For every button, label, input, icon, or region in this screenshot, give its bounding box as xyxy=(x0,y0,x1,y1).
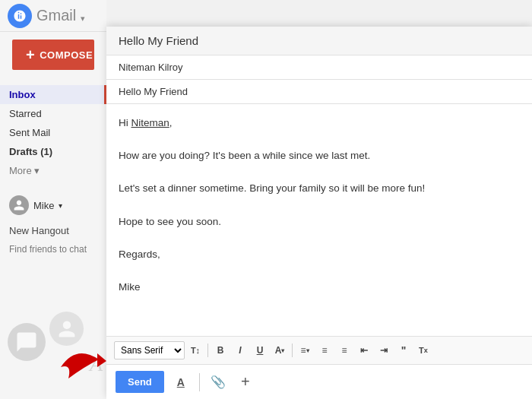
format-toolbar: Sans Serif Serif Monospace T↕ B I U A▾ ≡… xyxy=(106,336,532,364)
toolbar-separator-2 xyxy=(292,344,293,357)
body-line-1: Hi Niteman, xyxy=(119,115,520,131)
red-arrow-icon xyxy=(46,337,106,382)
compose-dialog-header: Hello My Friend xyxy=(106,27,532,55)
sidebar-item-more[interactable]: More ▾ xyxy=(0,161,106,180)
remove-format-btn[interactable]: Tx xyxy=(414,341,432,359)
unordered-list-btn[interactable]: ≡ xyxy=(335,341,353,359)
user-section: Mike ▾ New Hangout Find friends to chat xyxy=(0,189,106,258)
find-friends-text: Find friends to chat xyxy=(0,240,106,258)
bold-btn[interactable]: B xyxy=(211,341,230,359)
font-size-btn[interactable]: T↕ xyxy=(186,341,204,359)
font-color-btn[interactable]: A▾ xyxy=(271,341,289,359)
compose-subject-value: Hello My Friend xyxy=(119,86,188,97)
compose-body[interactable]: Hi Niteman, How are you doing? It's been… xyxy=(106,104,532,336)
body-line-11: Mike xyxy=(119,279,520,296)
new-hangout-btn[interactable]: New Hangout xyxy=(0,221,106,240)
toolbar-separator-1 xyxy=(207,344,208,357)
attach-button[interactable]: 📎 xyxy=(207,372,229,393)
sidebar-item-sent[interactable]: Sent Mail xyxy=(0,123,106,142)
user-profile[interactable]: Mike ▾ xyxy=(0,189,106,221)
logo-area: Gmail ▾ xyxy=(0,0,106,32)
compose-dialog: Hello My Friend Niteman Kilroy Hello My … xyxy=(106,27,532,399)
avatar xyxy=(9,195,29,215)
underline-btn[interactable]: U xyxy=(251,341,269,359)
g-letter-icon xyxy=(13,9,27,23)
align-btn[interactable]: ≡▾ xyxy=(296,341,314,359)
compose-header-title: Hello My Friend xyxy=(119,34,198,47)
more-options-button[interactable]: + xyxy=(235,372,256,393)
body-line-3: How are you doing? It's been a while sin… xyxy=(119,147,520,164)
gmail-logo-icon[interactable] xyxy=(8,4,32,28)
compose-button[interactable]: + COMPOSE xyxy=(12,40,94,70)
sidebar-item-drafts[interactable]: Drafts (1) xyxy=(0,142,106,161)
body-line-7: Hope to see you soon. xyxy=(119,214,520,230)
user-dropdown-icon[interactable]: ▾ xyxy=(59,201,62,210)
compose-subject-field[interactable]: Hello My Friend xyxy=(106,80,532,104)
action-bar: Send Send (Ctrl+Enter) A 📎 + xyxy=(106,364,532,399)
arrow-indicator xyxy=(46,337,106,385)
indent-btn[interactable]: ⇤ xyxy=(355,341,373,359)
font-family-select[interactable]: Sans Serif Serif Monospace xyxy=(114,341,185,359)
gmail-dropdown-icon[interactable]: ▾ xyxy=(81,14,85,24)
send-button[interactable]: Send xyxy=(116,371,164,393)
body-line-5: Let's set a dinner sometime. Bring your … xyxy=(119,180,520,197)
compose-to-value: Niteman Kilroy xyxy=(119,62,183,73)
quote-btn[interactable]: " xyxy=(394,341,413,359)
send-btn-container: Send Send (Ctrl+Enter) xyxy=(116,371,164,393)
recipient-name: Niteman xyxy=(131,117,169,128)
avatar-icon xyxy=(13,199,25,211)
chat-avatar-icon-2 xyxy=(57,319,77,339)
sidebar-item-starred[interactable]: Starred xyxy=(0,104,106,123)
compose-btn-wrapper: + COMPOSE xyxy=(0,32,106,85)
format-text-button[interactable]: A xyxy=(170,372,192,393)
ordered-list-btn[interactable]: ≡ xyxy=(315,341,334,359)
body-line-9: Regards, xyxy=(119,246,520,263)
nav-menu: Inbox Starred Sent Mail Drafts (1) More … xyxy=(0,85,106,180)
user-name: Mike xyxy=(33,200,54,211)
action-separator xyxy=(199,373,200,391)
svg-marker-0 xyxy=(97,353,106,367)
chat-avatar-1 xyxy=(8,323,46,361)
sidebar-item-inbox[interactable]: Inbox xyxy=(0,85,106,104)
italic-btn[interactable]: I xyxy=(231,341,249,359)
chat-avatar-icon-1 xyxy=(15,331,38,353)
compose-label: COMPOSE xyxy=(40,49,93,61)
compose-to-field[interactable]: Niteman Kilroy xyxy=(106,55,532,80)
compose-plus-icon: + xyxy=(26,47,35,62)
gmail-wordmark: Gmail xyxy=(35,7,76,24)
outdent-btn[interactable]: ⇥ xyxy=(375,341,393,359)
